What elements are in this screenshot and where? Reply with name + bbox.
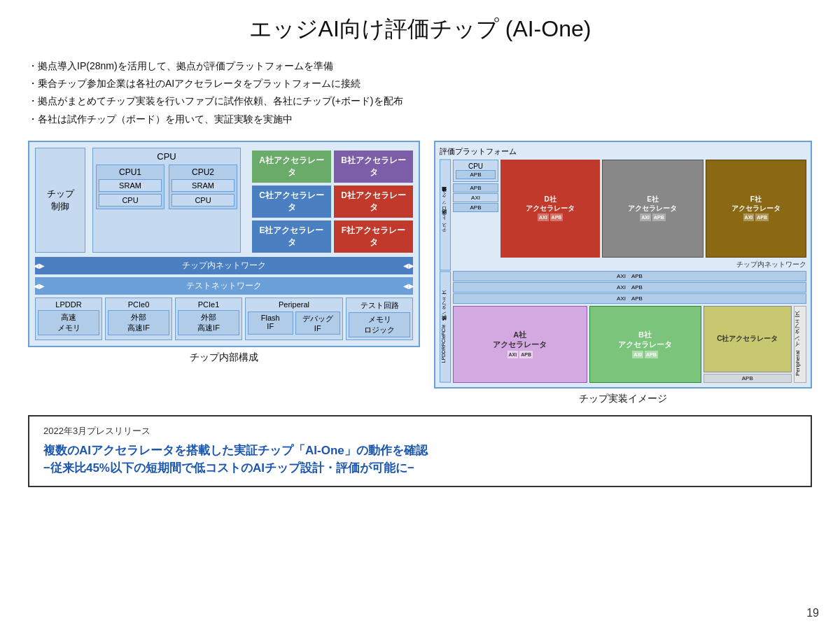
accelerator-legend: A社アクセラレータ B社アクセラレータ C社アクセラレータ D社アクセラレータ … [252,150,413,253]
legend-company-e: E社アクセラレータ [252,220,331,253]
bullet-4: ・各社は試作チップ（ボード）を用いて、実証実験を実施中 [28,111,812,128]
platform-label: 評価プラットフォーム [440,146,806,157]
pcie1-sub: 外部高速IF [178,310,239,335]
legend-company-a: A社アクセラレータ [252,150,331,183]
chip-top-section: チップ 制御 CPU CPU1 SRAM CPU CPU2 [35,148,413,253]
chip-outer-box: チップ 制御 CPU CPU1 SRAM CPU CPU2 [28,141,420,347]
cpu-1: CPU [99,194,162,206]
impl-peripheral: Peripheralインタフェース [794,306,806,383]
impl-cpu-box: CPU APB [453,160,498,182]
legend-company-d: D社アクセラレータ [334,186,413,218]
impl-acc-a: A社 アクセラレータ AXI APB [453,306,587,383]
side-label-2: LPDDR・PCIe・PCIe接続インタフェース [440,272,451,383]
impl-top: CPU APB APB AXI APB [453,160,806,258]
test-network-bar: テストネットワーク [35,277,413,295]
pcie1-unit: PCIe1 外部高速IF [175,298,242,340]
cpu-main-label: CPU [96,151,237,162]
legend-company-f: F社アクセラレータ [334,220,413,253]
page-title: エッジAI向け評価チップ (AI-One) [28,14,812,45]
network-label: チップ内ネットワーク [453,260,806,270]
press-year-label: 2022年3月プレスリリース [43,425,797,438]
press-main-text: 複数のAIアクセラレータを搭載した実証チップ「AI-One」の動作を確認 −従来… [43,442,797,477]
page-number: 19 [806,607,819,620]
cpu-units: CPU1 SRAM CPU CPU2 SRAM CPU [96,164,237,209]
impl-bus-col: APB AXI APB [453,183,498,258]
bullet-2: ・乗合チップ参加企業は各社のAIアクセラレータをプラットフォームに接続 [28,75,812,92]
main-content: チップ 制御 CPU CPU1 SRAM CPU CPU2 [28,141,812,405]
bullet-points: ・拠点導入IP(28nm)を活用して、拠点が評価プラットフォームを準備 ・乗合チ… [28,57,812,128]
impl-acc-e: E社 アクセラレータ AXI APB [602,160,703,258]
impl-acc-d: D社 アクセラレータ AXI APB [500,160,600,258]
impl-bottom: A社 アクセラレータ AXI APB B社 アクセラレータ AXI [453,306,806,383]
impl-main: CPU APB APB AXI APB [453,160,806,383]
bullet-3: ・拠点がまとめてチップ実装を行いファブに試作依頼、各社にチップ(+ボード)を配布 [28,92,812,110]
side-label-1: テスト回路・クロック・停止・停止・書込 [440,160,451,271]
cpu-unit-1: CPU1 SRAM CPU [96,164,164,209]
cpu-area: CPU CPU1 SRAM CPU CPU2 SRAM CPU [92,148,241,253]
pcie0-unit: PCIe0 外部高速IF [105,298,172,340]
test-circuit-unit: テスト回路 メモリロジック [346,298,413,340]
impl-acc-b: B社 アクセラレータ AXI APB [589,306,701,383]
peripheral-unit: Periperal FlashIF デバッグIF [245,298,343,340]
lpddr-sub: 高速メモリ [38,310,99,335]
impl-cpu-col: CPU APB APB AXI APB [453,160,498,258]
side-labels: テスト回路・クロック・停止・停止・書込 LPDDR・PCIe・PCIe接続インタ… [440,160,451,383]
cpu-unit-2: CPU2 SRAM CPU [169,164,237,209]
sram-1: SRAM [99,179,162,192]
debug-if: デバッグIF [295,312,341,335]
legend-company-b: B社アクセラレータ [334,150,413,183]
right-diagram-caption: チップ実装イメージ [434,393,812,405]
left-diagram-caption: チップ内部構成 [28,351,420,364]
lpddr-unit: LPDDR 高速メモリ [35,298,102,340]
chip-network-bar: チップ内ネットワーク [35,257,413,274]
test-sub: メモリロジック [349,312,410,337]
legend-company-c: C社アクセラレータ [252,186,331,218]
peripheral-subs: FlashIF デバッグIF [248,310,340,335]
pcie0-sub: 外部高速IF [108,310,169,335]
bottom-modules: LPDDR 高速メモリ PCIe0 外部高速IF PCIe1 外部高速IF Pe… [35,298,413,340]
press-release-box: 2022年3月プレスリリース 複数のAIアクセラレータを搭載した実証チップ「AI… [28,415,812,487]
axi-apb-rows: AXI APB AXI APB AXI APB [453,271,806,304]
chip-internal-diagram: チップ 制御 CPU CPU1 SRAM CPU CPU2 [28,141,420,364]
impl-acc-c: C社アクセラレータ [704,306,792,372]
chip-control-box: チップ 制御 [35,148,85,253]
impl-networks: チップ内ネットワーク AXI APB AXI APB AXI APB [453,260,806,304]
impl-content: テスト回路・クロック・停止・停止・書込 LPDDR・PCIe・PCIe接続インタ… [440,160,806,383]
flash-if: FlashIF [248,312,293,335]
cpu-2: CPU [172,194,234,206]
impl-acc-c-col: C社アクセラレータ APB [704,306,792,383]
chip-impl-box: 評価プラットフォーム テスト回路・クロック・停止・停止・書込 LPDDR・PCI… [434,141,812,388]
bullet-1: ・拠点導入IP(28nm)を活用して、拠点が評価プラットフォームを準備 [28,57,812,75]
cpu-section: チップ 制御 CPU CPU1 SRAM CPU CPU2 [35,148,241,253]
impl-acc-f: F社 アクセラレータ AXI APB [706,160,806,258]
sram-2: SRAM [172,179,234,192]
network-section: チップ内ネットワーク テストネットワーク [35,257,413,295]
chip-impl-diagram: 評価プラットフォーム テスト回路・クロック・停止・停止・書込 LPDDR・PCI… [434,141,812,405]
